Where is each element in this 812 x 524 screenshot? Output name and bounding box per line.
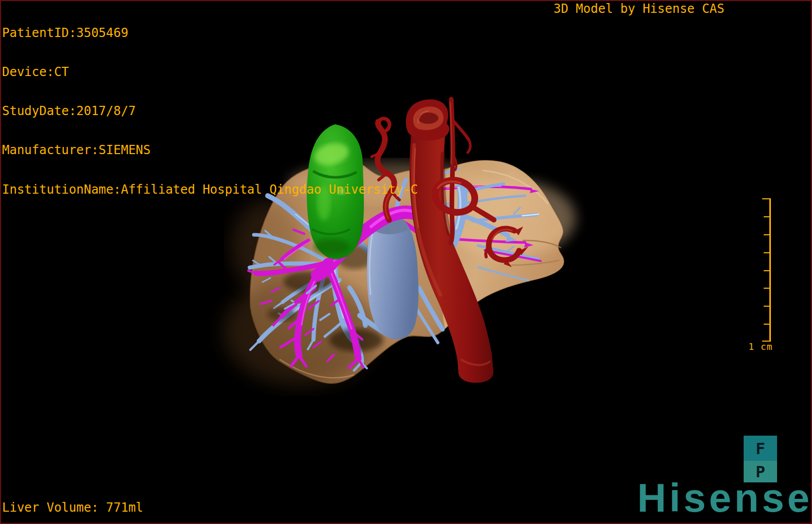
scale-bar-tick bbox=[764, 270, 771, 271]
liver-volume-text: Liver Volume: 771ml bbox=[2, 500, 143, 515]
model-structure-ivc[interactable] bbox=[367, 214, 418, 340]
hisense-logo: Hisense bbox=[637, 478, 812, 518]
patient-info-block: PatientID:3505469 Device:CT StudyDate:20… bbox=[2, 1, 418, 222]
study-date-text: StudyDate:2017/8/7 bbox=[2, 105, 418, 118]
patient-id-text: PatientID:3505469 bbox=[2, 27, 418, 40]
scale-bar-tick bbox=[762, 198, 771, 199]
scale-bar-label: 1 cm bbox=[745, 341, 776, 352]
manufacturer-text: Manufacturer:SIEMENS bbox=[2, 144, 418, 157]
institution-text: InstitutionName:Affiliated Hospital Qing… bbox=[2, 183, 418, 196]
scale-bar-tick bbox=[764, 288, 771, 289]
scale-bar-tick bbox=[764, 306, 771, 307]
scale-bar-tick bbox=[764, 324, 771, 325]
scale-bar-tick bbox=[764, 216, 771, 217]
viewer-screen: PatientID:3505469 Device:CT StudyDate:20… bbox=[0, 0, 812, 524]
scale-bar bbox=[762, 198, 771, 342]
orientation-face-front[interactable]: F bbox=[744, 436, 777, 461]
scale-bar-tick bbox=[764, 252, 771, 253]
viewer-title-text: 3D Model by Hisense CAS bbox=[553, 2, 724, 16]
scale-bar-tick bbox=[764, 234, 771, 235]
device-text: Device:CT bbox=[2, 66, 418, 79]
